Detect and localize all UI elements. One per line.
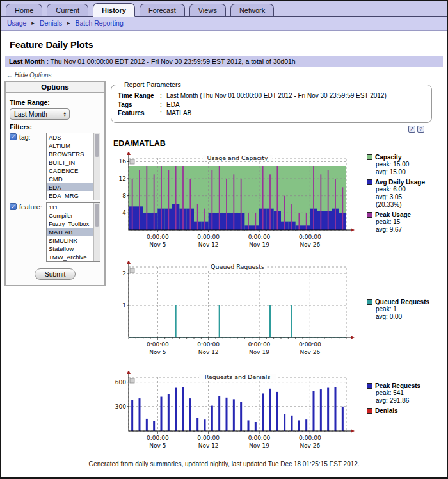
svg-text:0:00:00: 0:00:00 — [147, 435, 169, 441]
tab-bar: HomeCurrentHistoryForecastViewsNetwork — [1, 1, 447, 17]
chart-svg-requests-and-denials: 3006000:00:00Nov 50:00:00Nov 120:00:00No… — [111, 371, 358, 453]
header: HomeCurrentHistoryForecastViewsNetwork U… — [1, 1, 447, 31]
tab-network[interactable]: Network — [230, 4, 274, 16]
tag-option-eda-mrg[interactable]: EDA_MRG — [47, 191, 93, 200]
report-column: Report Parameters Time Range:Last Month … — [111, 81, 442, 455]
svg-text:8: 8 — [122, 192, 126, 199]
svg-text:0:00:00: 0:00:00 — [248, 341, 271, 348]
svg-text:Nov 19: Nov 19 — [249, 241, 269, 248]
tag-listbox-scrollbar[interactable] — [93, 133, 100, 200]
chart-requests-denials: 3006000:00:00Nov 50:00:00Nov 120:00:00No… — [111, 371, 442, 455]
denials-swatch — [367, 408, 372, 414]
svg-text:Nov 26: Nov 26 — [300, 241, 320, 248]
feature-option-111[interactable]: 111 — [47, 203, 93, 211]
report-parameters: Report Parameters Time Range:Last Month … — [111, 81, 432, 123]
chart-requests-denials-legend: Peak Requestspeak: 541avg: 291.86Denials — [367, 371, 442, 455]
page-title: Feature Daily Plots — [10, 40, 447, 50]
tag-option-eda[interactable]: EDA — [47, 183, 93, 191]
breadcrumb-link-usage[interactable]: Usage — [7, 19, 26, 27]
tag-filter: ✓ tag: ADSALTIUMBROWSERSBUILT_INCADENCEC… — [10, 133, 100, 200]
feature-option-stateflow[interactable]: Stateflow — [47, 245, 93, 253]
feature-checkbox[interactable]: ✓ — [10, 203, 17, 210]
tag-option-browsers[interactable]: BROWSERS — [47, 150, 93, 158]
filters-label: Filters: — [10, 123, 100, 131]
icon-row: ↗ ? — [111, 126, 424, 133]
svg-text:2: 2 — [122, 270, 126, 277]
svg-text:Nov 12: Nov 12 — [198, 349, 219, 355]
chart-usage-capacity-legend: Capacitypeak: 15.00avg: 15.00Avg Daily U… — [367, 152, 442, 254]
time-range-label: Time Range: — [10, 99, 100, 106]
svg-text:300: 300 — [115, 403, 126, 409]
content: Feature Daily Plots Last Month : Thu Nov… — [1, 40, 447, 467]
chart-svg-usage-and-capacity: 4812160:00:00Nov 50:00:00Nov 120:00:00No… — [111, 152, 358, 252]
tag-listbox[interactable]: ADSALTIUMBROWSERSBUILT_INCADENCECMDEDAED… — [46, 133, 100, 200]
feature-option-fuzzy-toolbox[interactable]: Fuzzy_Toolbox — [47, 220, 93, 228]
svg-text:Nov 12: Nov 12 — [198, 442, 219, 449]
report-param-row: Features:MATLAB — [118, 109, 425, 118]
breadcrumb-link-denials[interactable]: Denials — [40, 19, 62, 27]
svg-text:0:00:00: 0:00:00 — [299, 435, 321, 441]
svg-text:0:00:00: 0:00:00 — [299, 234, 321, 240]
export-icon[interactable]: ↗ — [408, 126, 415, 133]
breadcrumb-separator: ▸ — [67, 20, 70, 26]
legend-item-capacity: Capacitypeak: 15.00avg: 15.00 — [367, 154, 442, 176]
report-param-row: Tags:EDA — [118, 101, 425, 110]
section-heading: EDA/MATLAB — [113, 139, 442, 148]
tag-checkbox[interactable]: ✓ — [10, 133, 17, 140]
svg-text:4: 4 — [122, 209, 126, 216]
breadcrumb-link-batch-reporting[interactable]: Batch Reporting — [75, 19, 123, 27]
chart-svg-queued-requests: 120:00:00Nov 50:00:00Nov 120:00:00Nov 19… — [111, 261, 358, 359]
svg-text:12: 12 — [119, 175, 126, 182]
avg-daily-usage-swatch — [367, 179, 372, 185]
feature-option-simulink[interactable]: SIMULINK — [47, 236, 93, 245]
feature-filter: ✓ feature: 111CompilerFuzzy_ToolboxMATLA… — [10, 202, 100, 262]
legend-item-avg-daily-usage: Avg Daily Usagepeak: 6.00avg: 3.05(20.33… — [367, 179, 442, 209]
options-panel-title: Options — [6, 82, 104, 93]
time-range-select[interactable]: Last Month ▲▼ — [10, 108, 70, 120]
peak-usage-swatch — [367, 212, 372, 218]
feature-option-tmw-archive[interactable]: TMW_Archive — [47, 253, 93, 261]
chart-usage-capacity-plot: 4812160:00:00Nov 50:00:00Nov 120:00:00No… — [111, 152, 358, 254]
svg-text:0:00:00: 0:00:00 — [147, 234, 169, 240]
svg-text:16: 16 — [119, 158, 127, 165]
period-text: : Thu Nov 01 00:00:00 EDT 2012 - Fri Nov… — [45, 58, 296, 65]
tab-current[interactable]: Current — [47, 4, 88, 16]
period-label: Last Month — [9, 58, 45, 65]
tab-views[interactable]: Views — [189, 4, 226, 16]
chart-requests-denials-plot: 3006000:00:00Nov 50:00:00Nov 120:00:00No… — [111, 371, 358, 455]
tag-option-altium[interactable]: ALTIUM — [47, 142, 93, 150]
hide-options-link[interactable]: ← Hide Options — [6, 72, 52, 79]
tab-home[interactable]: Home — [6, 4, 42, 16]
help-icon[interactable]: ? — [417, 126, 424, 133]
down-arrow-icon: ▼ — [63, 114, 67, 117]
tag-option-cadence[interactable]: CADENCE — [47, 166, 93, 175]
tab-history[interactable]: History — [93, 3, 135, 17]
svg-text:0:00:00: 0:00:00 — [248, 435, 271, 441]
tag-option-ads[interactable]: ADS — [47, 133, 93, 142]
submit-button[interactable]: Submit — [35, 268, 76, 280]
svg-text:Nov 12: Nov 12 — [198, 241, 219, 248]
tab-forecast[interactable]: Forecast — [140, 4, 185, 16]
svg-text:Nov 26: Nov 26 — [300, 442, 320, 449]
feature-listbox[interactable]: 111CompilerFuzzy_ToolboxMATLABSIMULINKSt… — [46, 202, 100, 262]
svg-text:0:00:00: 0:00:00 — [197, 435, 220, 441]
tag-option-cmd[interactable]: CMD — [47, 175, 93, 183]
svg-text:Usage and Capacity: Usage and Capacity — [207, 154, 268, 161]
feature-label: feature: — [19, 203, 42, 211]
legend-item-denials: Denials — [367, 407, 442, 414]
svg-text:Nov 5: Nov 5 — [149, 442, 166, 449]
svg-text:Nov 26: Nov 26 — [300, 349, 320, 355]
svg-text:Queued Requests: Queued Requests — [211, 263, 264, 270]
period-banner: Last Month : Thu Nov 01 00:00:00 EDT 201… — [5, 56, 443, 67]
svg-text:0:00:00: 0:00:00 — [197, 234, 220, 240]
tag-option-built-in[interactable]: BUILT_IN — [47, 158, 93, 166]
feature-option-compiler[interactable]: Compiler — [47, 211, 93, 220]
select-arrows-icon: ▲▼ — [63, 111, 69, 117]
svg-text:Nov 19: Nov 19 — [249, 349, 269, 355]
report-parameters-rows: Time Range:Last Month (Thu Nov 01 00:00:… — [118, 92, 425, 118]
feature-listbox-scrollbar[interactable] — [93, 203, 100, 261]
svg-text:0:00:00: 0:00:00 — [147, 341, 169, 348]
svg-text:Nov 19: Nov 19 — [249, 442, 269, 449]
feature-option-matlab[interactable]: MATLAB — [47, 228, 93, 236]
capacity-swatch — [367, 154, 372, 160]
